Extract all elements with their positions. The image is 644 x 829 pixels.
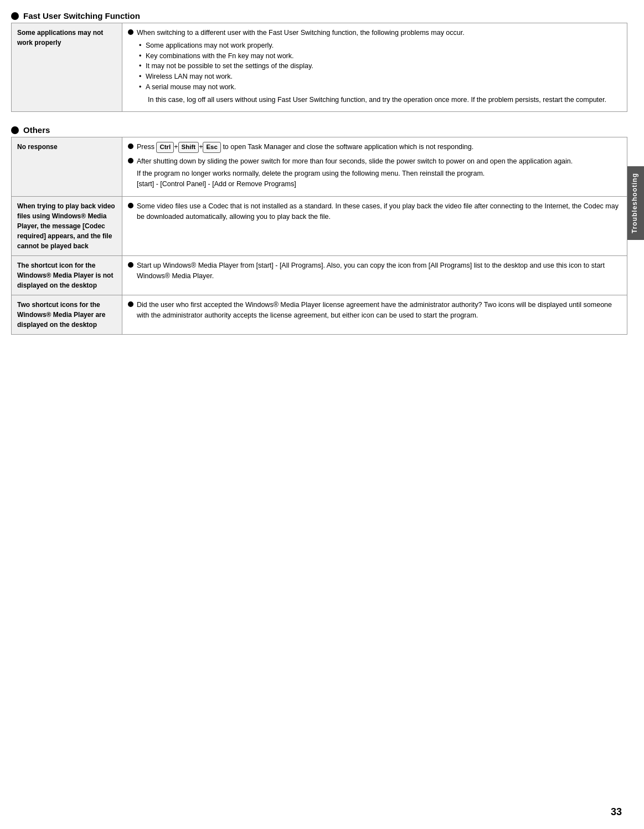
bullet-icon bbox=[128, 262, 133, 268]
table-cell-left: Some applications may not work properly bbox=[12, 23, 122, 112]
section-heading-others: Others bbox=[11, 125, 627, 135]
row-item-content-keyboard: Press Ctrl+Shift+Esc to open Task Manage… bbox=[137, 142, 621, 152]
table-row-no-response: No response Press Ctrl+Shift+Esc to open… bbox=[12, 137, 627, 197]
list-item: A serial mouse may not work. bbox=[137, 82, 621, 93]
fast-user-switching-table: Some applications may not work properly … bbox=[11, 23, 627, 112]
row-item-content-shutdown: After shutting down by sliding the power… bbox=[137, 156, 621, 190]
bullet-icon bbox=[128, 203, 133, 208]
list-item: It may not be possible to set the settin… bbox=[137, 61, 621, 71]
list-item: Key combinations with the Fn key may not… bbox=[137, 51, 621, 62]
row-item-content-shortcut-not-displayed: Start up Windows® Media Player from [sta… bbox=[137, 260, 621, 282]
table-cell-left-no-response: No response bbox=[12, 137, 122, 197]
page-number: 33 bbox=[611, 806, 622, 818]
table-cell-right-no-response: Press Ctrl+Shift+Esc to open Task Manage… bbox=[122, 137, 627, 197]
table-row-codec: When trying to play back video files usi… bbox=[12, 196, 627, 255]
row-item-shortcut-not-displayed: Start up Windows® Media Player from [sta… bbox=[128, 260, 621, 282]
table-row-two-shortcuts: Two shortcut icons for the Windows® Medi… bbox=[12, 295, 627, 334]
extra-lines: If the program no longer works normally,… bbox=[137, 168, 621, 190]
bullet-icon bbox=[128, 144, 133, 149]
others-table: No response Press Ctrl+Shift+Esc to open… bbox=[11, 137, 627, 335]
section-heading-fast-user-switching: Fast User Switching Function bbox=[11, 11, 627, 21]
table-cell-left-codec: When trying to play back video files usi… bbox=[12, 196, 122, 255]
table-cell-left-two-shortcuts: Two shortcut icons for the Windows® Medi… bbox=[12, 295, 122, 334]
keyboard-suffix: to open Task Manager and close the softw… bbox=[223, 143, 473, 151]
esc-key: Esc bbox=[203, 142, 220, 152]
row-item: When switching to a different user with … bbox=[128, 28, 621, 105]
list-item: Wireless LAN may not work. bbox=[137, 71, 621, 82]
list-item: Some applications may not work properly. bbox=[137, 40, 621, 51]
table-cell-right: When switching to a different user with … bbox=[122, 23, 627, 112]
section-title-others: Others bbox=[23, 125, 50, 135]
row-item-shutdown: After shutting down by sliding the power… bbox=[128, 156, 621, 190]
table-row-shortcut-not-displayed: The shortcut icon for the Windows® Media… bbox=[12, 255, 627, 295]
ctrl-key: Ctrl bbox=[156, 142, 174, 152]
bullet-icon bbox=[128, 158, 133, 163]
section-bullet-icon-others bbox=[11, 126, 19, 134]
row-item-codec: Some video files use a Codec that is not… bbox=[128, 201, 621, 222]
extra-text: In this case, log off all users without … bbox=[137, 95, 621, 105]
bullet-icon bbox=[128, 29, 133, 35]
section-others: Others No response Press Ctrl+S bbox=[11, 125, 627, 335]
table-row: Some applications may not work properly … bbox=[12, 23, 627, 112]
row-item-content-two-shortcuts: Did the user who first accepted the Wind… bbox=[137, 300, 621, 321]
table-cell-right-codec: Some video files use a Codec that is not… bbox=[122, 196, 627, 255]
row-item-two-shortcuts: Did the user who first accepted the Wind… bbox=[128, 300, 621, 321]
table-cell-left-shortcut-not-displayed: The shortcut icon for the Windows® Media… bbox=[12, 255, 122, 295]
inner-list: Some applications may not work properly.… bbox=[137, 40, 621, 93]
table-cell-right-shortcut-not-displayed: Start up Windows® Media Player from [sta… bbox=[122, 255, 627, 295]
page-content: Fast User Switching Function Some applic… bbox=[11, 11, 627, 335]
row-item-keyboard: Press Ctrl+Shift+Esc to open Task Manage… bbox=[128, 142, 621, 152]
section-title-fast-user-switching: Fast User Switching Function bbox=[23, 11, 140, 21]
bullet-icon bbox=[128, 301, 133, 307]
section-fast-user-switching: Fast User Switching Function Some applic… bbox=[11, 11, 627, 112]
table-cell-right-two-shortcuts: Did the user who first accepted the Wind… bbox=[122, 295, 627, 334]
shift-key: Shift bbox=[178, 142, 199, 152]
row-item-content: When switching to a different user with … bbox=[137, 28, 621, 105]
side-tab: Troubleshooting bbox=[627, 166, 644, 240]
section-bullet-icon bbox=[11, 12, 19, 20]
press-label: Press bbox=[137, 143, 154, 151]
row-item-content-codec: Some video files use a Codec that is not… bbox=[137, 201, 621, 222]
